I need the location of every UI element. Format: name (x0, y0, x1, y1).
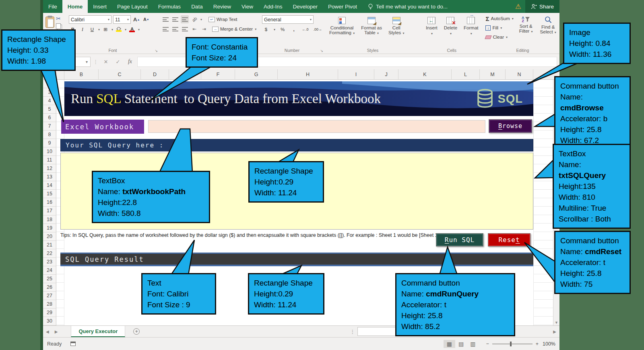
grow-font-button[interactable]: A▲ (132, 16, 140, 24)
row-header[interactable]: 9 (43, 139, 56, 147)
row-header[interactable]: 30 (43, 317, 56, 325)
font-name-select[interactable]: Calibri ▾ (69, 15, 111, 24)
tab-insert[interactable]: Insert (88, 0, 112, 13)
decrease-indent-button[interactable]: ⇤ (190, 25, 198, 33)
fill-color-button[interactable] (115, 25, 123, 33)
row-header[interactable]: 6 (43, 114, 56, 122)
row-header[interactable]: 2 (43, 80, 56, 88)
tab-file[interactable]: File (43, 0, 62, 13)
align-middle-button[interactable] (171, 15, 179, 23)
run-sql-button[interactable]: Run SQL (436, 233, 483, 246)
view-normal-button[interactable]: ▦ (444, 340, 455, 348)
macro-record-icon[interactable] (70, 342, 76, 346)
row-header[interactable]: 3 (43, 88, 56, 97)
conditional-formatting-button[interactable]: ConditionalFormatting ▾ (327, 15, 357, 37)
sheet-tab-query-executor[interactable]: Query Executor (71, 326, 125, 337)
align-bottom-button[interactable] (181, 15, 189, 23)
tab-data[interactable]: Data (186, 0, 208, 13)
row-header[interactable]: 15 (43, 190, 56, 198)
underline-button[interactable]: U (88, 25, 96, 33)
increase-indent-button[interactable]: ⇥ (200, 25, 208, 33)
row-header[interactable]: 17 (43, 207, 56, 215)
row-header[interactable]: 18 (43, 215, 56, 224)
increase-decimal-button[interactable]: ←.0 (301, 25, 310, 33)
insert-function-button[interactable]: fx (125, 58, 135, 65)
row-header[interactable]: 16 (43, 198, 56, 207)
zoom-in-button[interactable]: + (536, 341, 539, 347)
column-header[interactable]: C (99, 69, 141, 79)
browse-button[interactable]: Browse (489, 119, 532, 133)
row-header[interactable]: 11 (43, 156, 56, 164)
tab-add-ins[interactable]: Add-Ins (258, 0, 288, 13)
column-header[interactable]: D (141, 69, 169, 79)
align-top-button[interactable] (161, 15, 169, 23)
new-sheet-button[interactable]: + (133, 326, 140, 337)
row-header[interactable]: 8 (43, 130, 56, 139)
underline-dropdown[interactable]: ▾ (98, 28, 100, 31)
row-header[interactable]: 12 (43, 164, 56, 173)
row-header[interactable]: 10 (43, 147, 56, 156)
zoom-slider-thumb[interactable] (510, 342, 512, 346)
column-header[interactable]: F (201, 69, 235, 79)
row-header[interactable]: 7 (43, 122, 56, 130)
zoom-level[interactable]: 100% (539, 341, 555, 347)
font-color-dropdown[interactable]: ▾ (138, 28, 140, 31)
borders-button[interactable]: ⊞ (101, 25, 109, 33)
row-header[interactable]: 23 (43, 258, 56, 266)
merge-center-button[interactable]: ↔ Merge & Center ▾ (211, 25, 257, 33)
row-header[interactable]: 22 (43, 249, 56, 258)
orientation-button[interactable]: ab (190, 15, 198, 23)
currency-button[interactable]: $ (262, 25, 270, 33)
font-size-select[interactable]: 11 ▾ (113, 15, 131, 24)
percent-button[interactable]: % (279, 25, 287, 33)
row-header[interactable]: 19 (43, 224, 56, 232)
align-right-button[interactable] (181, 25, 189, 33)
sort-filter-button[interactable]: AZ Sort &Filter ▾ (517, 14, 535, 41)
row-header[interactable]: 20 (43, 232, 56, 241)
fill-button[interactable]: ↓ Fill ▾ (485, 24, 514, 32)
row-header[interactable]: 25 (43, 275, 56, 283)
column-header[interactable]: J (374, 69, 398, 79)
sheet-nav-right[interactable]: ▶ (52, 326, 61, 337)
row-header[interactable]: 24 (43, 266, 56, 275)
insert-cells-button[interactable]: ← Insert ▾ (423, 15, 440, 38)
find-select-button[interactable]: Find &Select ▾ (538, 14, 559, 41)
font-color-button[interactable]: A (128, 25, 136, 33)
column-header[interactable]: I (338, 69, 374, 79)
formula-bar-handle[interactable]: ⋮ (93, 59, 99, 65)
fill-color-dropdown[interactable]: ▾ (125, 28, 126, 31)
number-dialog-launcher[interactable]: ↘ (320, 49, 324, 53)
enter-button[interactable]: ✓ (113, 59, 123, 65)
autosum-button[interactable]: Σ AutoSum ▾ (485, 14, 514, 23)
column-header[interactable]: E (169, 69, 201, 79)
view-page-layout-button[interactable]: ▤ (455, 340, 467, 348)
row-header[interactable]: 14 (43, 181, 56, 190)
comma-button[interactable]: , (290, 25, 298, 33)
zoom-out-button[interactable]: − (486, 341, 489, 347)
row-header[interactable]: 29 (43, 309, 56, 317)
column-header[interactable]: K (398, 69, 452, 79)
tab-review[interactable]: Review (208, 0, 236, 13)
row-header[interactable]: 28 (43, 300, 56, 309)
column-header[interactable]: L (452, 69, 480, 79)
tab-formulas[interactable]: Formulas (153, 0, 186, 13)
tab-developer[interactable]: Developer (287, 0, 323, 13)
cancel-button[interactable]: ✕ (101, 59, 111, 65)
shrink-font-button[interactable]: A▼ (142, 16, 150, 24)
number-format-select[interactable]: General ▾ (262, 15, 314, 24)
column-header[interactable]: N (506, 69, 533, 79)
orientation-dropdown[interactable]: ▾ (200, 18, 202, 21)
tab-power-pivot[interactable]: Power Pivot (323, 0, 362, 13)
share-button[interactable]: Share (525, 0, 559, 13)
scroll-down-icon[interactable]: ▼ (555, 321, 558, 325)
view-page-break-button[interactable]: ▥ (467, 340, 479, 348)
paste-icon[interactable] (45, 17, 54, 28)
tell-me-box[interactable]: Tell me what you want to do... (362, 0, 453, 13)
reset-button[interactable]: Reset (488, 233, 530, 246)
currency-dropdown[interactable]: ▾ (274, 28, 275, 31)
row-header[interactable]: 5 (43, 105, 56, 114)
row-header[interactable]: 27 (43, 292, 56, 300)
tabbar-divider[interactable]: ⋮ (347, 326, 357, 337)
notification-warning[interactable]: ⚠ (511, 0, 525, 13)
italic-button[interactable]: I (78, 25, 87, 33)
